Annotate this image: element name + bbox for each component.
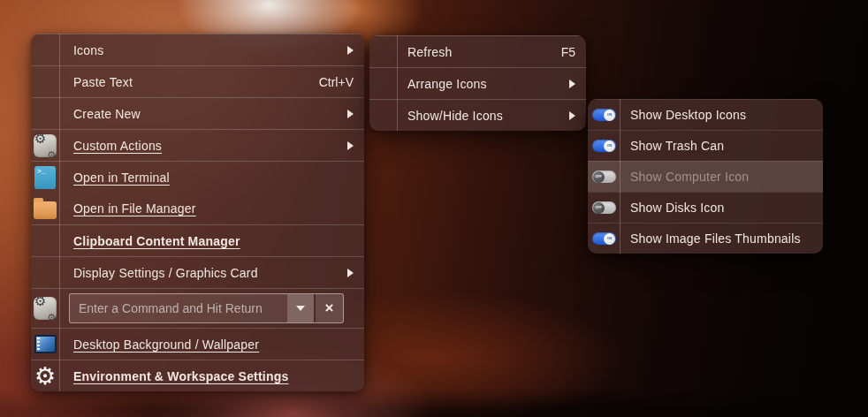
gutter-divider [620,99,621,254]
icon-cell [369,68,397,99]
icon-cell [369,36,397,67]
icon-cell [31,98,59,129]
shortcut-label: Ctrl+V [319,75,354,89]
chevron-down-icon [296,306,305,311]
icon-cell [31,193,59,224]
menu-item-label: Custom Actions [73,139,162,153]
icons-submenu: Refresh F5 Arrange Icons Show/Hide Icons [369,35,586,131]
icon-cell [369,100,397,131]
gutter-divider [59,34,60,391]
menu-item-label: Display Settings / Graphics Card [73,266,258,280]
toggle-cell: OFF [588,162,620,192]
toggle-show-trash-can[interactable]: ON [592,140,616,152]
toggle-state-label: ON [606,113,612,117]
icon-cell: ⚙ [31,360,59,391]
icon-cell [31,162,59,193]
menu-item-show-desktop-icons[interactable]: ON Show Desktop Icons [588,99,823,130]
icon-cell [31,66,59,97]
toggle-show-image-files-thumbnails[interactable]: ON [592,232,616,245]
menu-item-show-computer-icon[interactable]: OFF Show Computer Icon [588,161,823,192]
menu-item-label: Refresh [407,45,452,59]
toggle-cell: OFF [588,193,620,223]
toggle-show-disks-icon[interactable]: OFF [592,201,616,214]
toggle-cell: ON [588,131,620,161]
menu-item-show-trash-can[interactable]: ON Show Trash Can [588,130,823,161]
menu-item-label: Create New [73,107,141,121]
toggle-state-label: ON [606,144,612,148]
command-clear-button[interactable]: × [314,294,343,322]
command-input-group: × [69,293,344,323]
menu-item-label: Desktop Background / Wallpaper [73,337,259,352]
submenu-arrow-icon [569,111,575,120]
toggle-show-desktop-icons[interactable]: ON [592,109,616,121]
submenu-arrow-icon [347,46,354,55]
menu-item-label: Show Desktop Icons [630,108,746,122]
submenu-arrow-icon [347,110,354,118]
desktop-context-menu: Icons Paste Text Ctrl+V Create New ⚙⚙ Cu… [31,34,364,391]
menu-item-show-image-files-thumbnails[interactable]: ON Show Image Files Thumbnails [588,223,823,254]
menu-item-label: Open in Terminal [73,171,170,185]
menu-item-show-hide-icons[interactable]: Show/Hide Icons [369,99,586,131]
icon-cell [31,329,59,360]
menu-item-label: Show/Hide Icons [407,109,503,123]
menu-item-label: Environment & Workspace Settings [73,369,288,383]
menu-item-label: Arrange Icons [407,77,487,91]
gears-icon: ⚙⚙ [34,297,57,320]
menu-item-paste-text[interactable]: Paste Text Ctrl+V [31,65,364,97]
menu-item-arrange-icons[interactable]: Arrange Icons [369,67,586,99]
toggle-knob: ON [604,110,615,121]
menu-item-open-in-terminal[interactable]: Open in Terminal [31,161,364,193]
toggle-state-label: OFF [595,206,601,209]
submenu-arrow-icon [569,80,575,88]
menu-item-clipboard-content-manager[interactable]: Clipboard Content Manager [31,224,364,256]
gear-icon: ⚙ [34,365,56,388]
menu-item-command-entry: ⚙⚙ × [31,288,364,328]
icon-cell: ⚙⚙ [31,289,59,328]
menu-item-label: Icons [73,43,103,57]
toggle-cell: ON [588,100,620,130]
toggle-cell: ON [588,224,620,254]
gutter-divider [397,35,398,131]
display-icon [34,335,57,353]
icon-cell [31,34,59,65]
toggle-show-computer-icon[interactable]: OFF [592,171,616,183]
menu-item-label: Show Trash Can [630,139,724,153]
menu-item-open-in-file-manager[interactable]: Open in File Manager [31,193,364,224]
command-input[interactable] [70,294,287,322]
toggle-knob: ON [604,233,615,245]
icon-cell [31,257,59,288]
submenu-arrow-icon [347,141,354,150]
menu-item-environment-settings[interactable]: ⚙ Environment & Workspace Settings [31,360,364,391]
menu-item-icons[interactable]: Icons [31,34,364,65]
command-history-dropdown-button[interactable] [287,294,314,322]
menu-item-display-settings[interactable]: Display Settings / Graphics Card [31,256,364,288]
menu-item-desktop-background[interactable]: Desktop Background / Wallpaper [31,328,364,360]
menu-item-label: Show Image Files Thumbnails [630,231,801,246]
menu-item-label: Show Computer Icon [630,170,749,184]
terminal-icon [34,166,56,189]
menu-item-label: Clipboard Content Manager [73,234,240,248]
show-hide-icons-submenu: ON Show Desktop Icons ON Show Trash Can … [588,99,823,254]
menu-item-label: Open in File Manager [73,201,196,216]
toggle-knob: OFF [593,171,605,183]
menu-item-label: Paste Text [73,75,133,89]
toggle-state-label: OFF [595,175,601,178]
toggle-knob: ON [604,140,615,152]
submenu-arrow-icon [347,269,354,277]
shortcut-label: F5 [561,45,575,59]
menu-item-custom-actions[interactable]: ⚙⚙ Custom Actions [31,129,364,161]
menu-item-label: Show Disks Icon [630,201,724,215]
icon-cell [31,225,59,256]
menu-item-show-disks-icon[interactable]: OFF Show Disks Icon [588,192,823,223]
gears-icon: ⚙⚙ [34,134,57,157]
toggle-state-label: ON [606,237,612,240]
menu-item-refresh[interactable]: Refresh F5 [369,35,586,67]
menu-item-create-new[interactable]: Create New [31,97,364,129]
icon-cell: ⚙⚙ [31,130,59,161]
folder-icon [34,201,57,219]
toggle-knob: OFF [593,202,605,214]
